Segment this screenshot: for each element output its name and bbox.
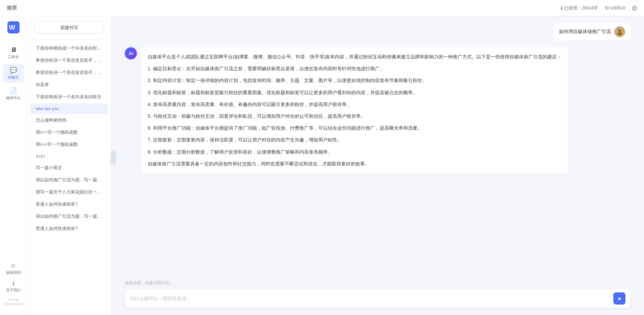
quick-topics-label: 选择话题，快速与我对话：: [125, 280, 631, 286]
input-wrapper: ➤: [125, 289, 631, 308]
chat-list-item[interactable]: 希望你扮演一个英语发音助手，我提供给你...: [30, 67, 108, 79]
topbar: 微撰 ℹ 已使用：28318字 ID:100519 ⏻: [0, 0, 644, 16]
chat-list-item[interactable]: 下面你将扮演一个名叫圣友的医生: [30, 91, 108, 103]
copyright-label: 版权说明: [6, 270, 21, 275]
manuscript-icon: 📄: [10, 87, 17, 95]
ai-response-paragraph: 自媒体平台是个人或团队通过互联网平台(如博客、微博、微信公众号、抖音、快手等)发…: [148, 53, 561, 61]
left-sidebar: W 🖥 工作台 💬 AI聊天 📄 稿件中心 © 版权说明 ℹ: [0, 16, 27, 315]
sidebar-item-workbench[interactable]: 🖥 工作台: [3, 44, 24, 62]
chat-list-item[interactable]: who are you: [30, 103, 108, 114]
sidebar-item-manuscript[interactable]: 📄 稿件中心: [3, 84, 24, 103]
topbar-right: ℹ 已使用：28318字 ID:100519 ⏻: [561, 5, 637, 11]
ai-response-paragraph: 2. 制定内容计划：制定一份详细的内容计划，包括发布时间、频率、主题、文案、图片…: [148, 76, 561, 85]
nav-bottom: © 版权说明 ℹ 关于我们 京ICP备2022019348号: [0, 263, 27, 310]
send-icon: ➤: [617, 295, 622, 302]
chat-list-item[interactable]: 普通人如何快速致富?: [30, 199, 108, 210]
chat-list: 下面你将模拟成一个叫圣友的程序员，我说...希望你扮演一个英语发音助手，我提供给…: [27, 40, 111, 315]
info-icon: ℹ: [561, 5, 562, 11]
nav-items: 🖥 工作台 💬 AI聊天 📄 稿件中心: [0, 44, 27, 263]
chat-sidebar: 新建对话 下面你将模拟成一个叫圣友的程序员，我说...希望你扮演一个英语发音助手…: [27, 16, 111, 315]
chat-input[interactable]: [130, 296, 610, 301]
ai-response-paragraph: 5. 与粉丝互动：积极与粉丝互动，回复评论和私信，可以增加用户对你的认可和信任，…: [148, 112, 561, 121]
chat-list-item[interactable]: 用c++写一个随机函数: [30, 139, 108, 151]
chat-list-item[interactable]: 希望你扮演一个英语发音助手，我提供给你...: [30, 55, 108, 67]
usage-text: 已使用：28318字: [564, 5, 598, 11]
send-button[interactable]: ➤: [613, 292, 625, 305]
about-label: 关于我们: [6, 288, 21, 293]
workbench-label: 工作台: [8, 54, 19, 59]
user-message-row: 如何用自媒体做推广引流: [125, 23, 631, 41]
ai-message-content: 自媒体平台是个人或团队通过互联网平台(如博客、微博、微信公众号、抖音、快手等)发…: [141, 47, 568, 174]
ai-response-paragraph: 自媒体推广引流需要具备一定的内容创作和社交能力，同时也需要不断尝试和优化，才能取…: [148, 160, 561, 168]
svg-text:W: W: [9, 24, 15, 31]
ai-response-paragraph: 1. 确定目标受众：在开始自媒体推广引流之前，需要明确目标受众是谁，以便在发布内…: [148, 64, 561, 73]
user-avatar: [614, 26, 625, 37]
svg-point-3: [617, 32, 622, 35]
chat-sidebar-header: 新建对话: [27, 16, 111, 40]
manuscript-label: 稿件中心: [6, 96, 21, 101]
chat-list-item[interactable]: 撰写一篇关于八大家花园社区一刻钟便民生...: [30, 186, 108, 198]
user-message-text: 如何用自媒体做推广引流: [559, 29, 611, 35]
chat-list-item[interactable]: 请以如何推广引流为题，写一篇大纲: [30, 174, 108, 186]
ai-avatar: AI: [125, 47, 137, 59]
about-item[interactable]: ℹ 关于我们: [6, 280, 21, 293]
chat-list-item[interactable]: 你是谁: [30, 79, 108, 91]
logo-area: W: [7, 21, 20, 33]
chat-messages: 如何用自媒体做推广引流 AI 自媒体平台是个人或团队通过互联网平台(如博客、微博…: [111, 16, 644, 276]
ai-response-paragraph: 6. 利用平台推广功能：自媒体平台都提供了推广功能，如广告投放、付费推广等，可以…: [148, 124, 561, 132]
workbench-icon: 🖥: [10, 46, 17, 53]
copyright-item[interactable]: © 版权说明: [6, 263, 21, 275]
chat-list-item[interactable]: 请以如何推广引流为题，写一篇大纲: [30, 211, 108, 222]
topbar-id: ID:100519: [605, 5, 625, 10]
ai-chat-label: AI聊天: [8, 75, 19, 80]
ai-response-paragraph: 4. 发布高质量内容：发布高质量、有价值、有趣的内容可以吸引更多的粉丝，并提高用…: [148, 100, 561, 109]
ai-response-paragraph: 3. 优化标题和标签：标题和标签是吸引粉丝的重要因素。优化标题和标签可以让更多的…: [148, 88, 561, 97]
sidebar-item-ai-chat[interactable]: 💬 AI聊天: [3, 64, 24, 83]
svg-point-2: [618, 29, 621, 32]
chat-list-item[interactable]: 1+1=: [30, 151, 108, 162]
topbar-title: 微撰: [7, 5, 17, 11]
ai-message-row: AI 自媒体平台是个人或团队通过互联网平台(如博客、微博、微信公众号、抖音、快手…: [125, 47, 631, 174]
chat-list-item[interactable]: 怎么做狗屎炒肉: [30, 114, 108, 126]
icp-text: 京ICP备2022019348号: [0, 298, 27, 307]
topbar-usage: ℹ 已使用：28318字: [561, 5, 598, 11]
chat-list-item[interactable]: 普通人如何快速致富?: [30, 223, 108, 235]
chat-list-item[interactable]: 下面你将模拟成一个叫圣友的程序员，我说...: [30, 43, 108, 54]
ai-chat-icon: 💬: [10, 67, 17, 74]
ai-response-paragraph: 7. 定期更新：定期更新内容，保持活跃度，可以让用户对你的内容产生兴趣，增加用户…: [148, 136, 561, 144]
copyright-icon: ©: [11, 263, 16, 269]
about-icon: ℹ: [12, 280, 14, 287]
chat-main: 如何用自媒体做推广引流 AI 自媒体平台是个人或团队通过互联网平台(如博客、微博…: [111, 16, 644, 315]
collapse-toggle[interactable]: ‹: [111, 151, 116, 164]
power-icon[interactable]: ⏻: [632, 5, 637, 11]
main-layout: W 🖥 工作台 💬 AI聊天 📄 稿件中心 © 版权说明 ℹ: [0, 16, 644, 315]
ai-response-paragraph: 8. 分析数据：定期分析数据，了解用户反馈和喜好，以便调整推广策略和内容发布频率…: [148, 148, 561, 156]
new-chat-button[interactable]: 新建对话: [34, 22, 104, 34]
chat-input-area: 选择话题，快速与我对话： ➤: [111, 276, 644, 315]
logo-icon: W: [7, 21, 20, 33]
user-message-content: 如何用自媒体做推广引流: [554, 23, 631, 41]
chat-list-item[interactable]: 写一篇小黄文: [30, 162, 108, 174]
chat-list-item[interactable]: 用c++写一个随机函数: [30, 127, 108, 138]
